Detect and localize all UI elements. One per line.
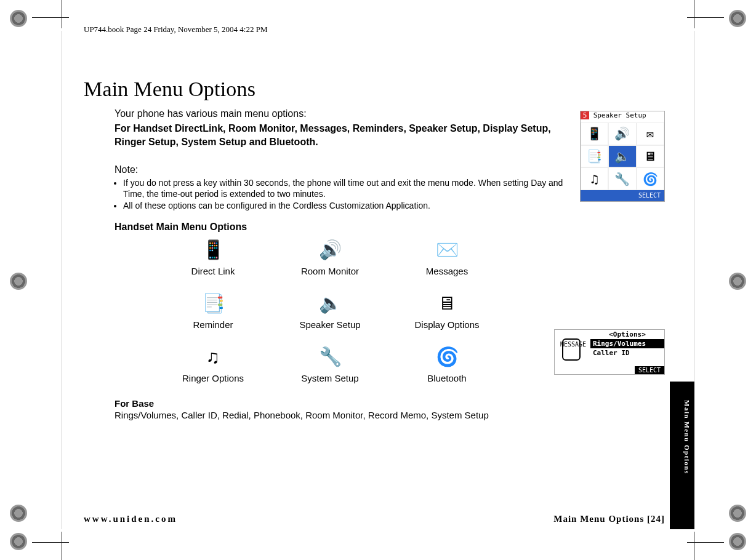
section-tab-label: Main Menu Options — [683, 400, 691, 474]
lcd1-index: 5 — [581, 111, 589, 119]
menu-label: Speaker Setup — [275, 319, 385, 330]
intro-line-2: For Handset DirectLink, Room Monitor, Me… — [115, 122, 576, 148]
lcd1-cell: 🔊 — [608, 122, 636, 145]
menu-label: Room Monitor — [275, 266, 385, 276]
lcd1-cell: 📑 — [581, 145, 608, 168]
menu-label: Reminder — [158, 319, 268, 330]
ringer-options-icon: ♫ — [198, 345, 228, 369]
lcd1-cell: 🖥 — [637, 145, 664, 168]
page-frame: UP744.book Page 24 Friday, November 5, 2… — [62, 12, 694, 548]
for-base-text: Rings/Volumes, Caller ID, Redial, Phoneb… — [115, 409, 558, 422]
registration-mark-icon — [729, 533, 746, 550]
for-base-heading: For Base — [115, 398, 672, 409]
lcd1-cell-selected: 🔈 — [608, 145, 636, 168]
menu-label: Display Options — [392, 319, 502, 330]
content-area: Main Menu Options Your phone has various… — [84, 78, 672, 422]
lcd2-select-label: SELECT — [635, 366, 664, 374]
registration-mark-icon — [10, 273, 27, 290]
lcd1-title: Speaker Setup — [593, 111, 646, 119]
menu-item-room-monitor: 🔊 Room Monitor — [275, 238, 385, 276]
lcd1-grid: 📱 🔊 ✉ 📑 🔈 🖥 ♫ 🔧 🌀 — [581, 122, 664, 190]
lcd2-highlighted-row: Rings/Volumes — [590, 339, 664, 348]
menu-label: Direct Link — [158, 266, 268, 276]
note-label: Note: — [115, 164, 576, 175]
lcd2-row: Caller ID — [590, 348, 664, 358]
menu-item-direct-link: 📱 Direct Link — [158, 238, 268, 276]
lcd1-cell: 🌀 — [637, 167, 664, 190]
menu-label: Bluetooth — [392, 373, 502, 383]
menu-item-reminder: 📑 Reminder — [158, 291, 268, 330]
registration-mark-icon — [729, 273, 746, 290]
reminder-icon: 📑 — [198, 291, 228, 316]
lcd1-cell: 📱 — [581, 122, 608, 145]
footer-url: www.uniden.com — [84, 514, 177, 524]
menu-item-display-options: 🖥 Display Options — [392, 291, 502, 330]
lcd1-cell: 🔧 — [608, 167, 636, 190]
handset-options-heading: Handset Main Menu Options — [115, 222, 672, 233]
intro-line-1: Your phone has various main menu options… — [115, 108, 576, 119]
lcd1-header: 5 Speaker Setup — [581, 111, 664, 122]
system-setup-icon: 🔧 — [315, 345, 345, 369]
registration-mark-icon — [729, 10, 746, 27]
lcd2-phone-icon — [562, 338, 581, 361]
menu-item-messages: ✉️ Messages — [392, 238, 502, 276]
note-list: If you do not press a key within 30 seco… — [123, 178, 576, 212]
menu-label: Ringer Options — [158, 373, 268, 383]
section-tab — [670, 382, 694, 529]
menu-item-bluetooth: 🌀 Bluetooth — [392, 345, 502, 383]
lcd2-title: <Options> — [590, 330, 664, 339]
note-item: All of these options can be configured i… — [123, 201, 576, 212]
registration-mark-icon — [10, 10, 27, 27]
menu-label: Messages — [392, 266, 502, 276]
menu-label: System Setup — [275, 373, 385, 383]
lcd1-cell: ✉ — [637, 122, 664, 145]
menu-item-speaker-setup: 🔈 Speaker Setup — [275, 291, 385, 330]
base-lcd-screenshot: MESSAGE <Options> Rings/Volumes Caller I… — [554, 329, 665, 375]
menu-item-ringer-options: ♫ Ringer Options — [158, 345, 268, 383]
page-title: Main Menu Options — [84, 78, 672, 101]
intro-block: Your phone has various main menu options… — [115, 108, 576, 212]
book-header: UP744.book Page 24 Friday, November 5, 2… — [84, 25, 694, 34]
registration-mark-icon — [10, 533, 27, 550]
room-monitor-icon: 🔊 — [315, 238, 345, 262]
footer-page-label: Main Menu Options [24] — [553, 514, 665, 524]
bluetooth-icon: 🌀 — [432, 345, 462, 369]
registration-mark-icon — [729, 505, 746, 522]
handset-lcd-screenshot: 5 Speaker Setup 📱 🔊 ✉ 📑 🔈 🖥 ♫ 🔧 🌀 SELECT — [580, 111, 665, 202]
messages-icon: ✉️ — [432, 238, 462, 262]
display-options-icon: 🖥 — [432, 291, 462, 316]
registration-mark-icon — [10, 505, 27, 522]
note-item: If you do not press a key within 30 seco… — [123, 178, 576, 199]
speaker-setup-icon: 🔈 — [315, 291, 345, 316]
lcd1-cell: ♫ — [581, 167, 608, 190]
menu-item-system-setup: 🔧 System Setup — [275, 345, 385, 383]
lcd1-select-label: SELECT — [581, 190, 664, 201]
direct-link-icon: 📱 — [198, 238, 228, 262]
